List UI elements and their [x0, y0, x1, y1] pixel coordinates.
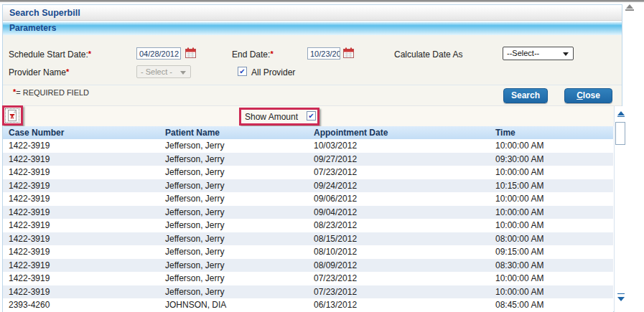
calculate-date-as-value: --Select--	[507, 49, 539, 57]
cell-appointment-date: 07/23/2012	[314, 166, 495, 179]
cell-patient-name: Jefferson, Jerry	[165, 245, 314, 259]
cell-time: 08:45:00 AM	[495, 298, 613, 312]
window-top-edge	[0, 0, 644, 2]
table-row[interactable]: 1422-3919 Jefferson, Jerry 08/15/2012 08…	[3, 232, 613, 246]
table-row[interactable]: 1422-3919 Jefferson, Jerry 07/23/2012 10…	[3, 166, 613, 179]
cell-time: 09:15:00 AM	[495, 245, 613, 259]
cell-case-number: 1422-3919	[3, 192, 165, 206]
cell-case-number: 1422-3919	[3, 219, 165, 232]
column-header-case-number: Case Number	[3, 126, 165, 139]
all-provider-checkbox[interactable]: ✔	[238, 67, 247, 76]
cell-appointment-date: 09/06/2012	[314, 192, 495, 206]
chevron-down-icon	[563, 52, 569, 56]
page-title: Search Superbill	[9, 8, 80, 18]
cell-time: 10:00:00 AM	[495, 192, 613, 206]
cell-time: 08:30:00 AM	[495, 259, 613, 273]
parameters-section-header: Parameters	[3, 22, 622, 35]
cell-appointment-date: 08/10/2012	[314, 245, 495, 259]
cell-case-number: 1422-3919	[3, 206, 165, 219]
cell-appointment-date: 08/15/2012	[314, 232, 495, 246]
search-superbill-window: Search Superbill Parameters Schedule Sta…	[0, 0, 644, 312]
cell-case-number: 1422-3919	[3, 232, 165, 246]
required-note: *= REQUIRED FIELD	[13, 88, 89, 98]
close-button[interactable]: Close	[564, 88, 612, 103]
results-scroll-down-button[interactable]	[615, 293, 626, 303]
table-row[interactable]: 1422-3919 Jefferson, Jerry 10/03/2012 10…	[3, 139, 613, 153]
provider-name-label: Provider Name*	[9, 67, 69, 77]
cell-appointment-date: 06/13/2012	[314, 298, 495, 312]
cell-time: 10:00:00 AM	[495, 285, 613, 299]
table-row[interactable]: 1422-3919 Jefferson, Jerry 08/23/2012 10…	[3, 219, 613, 232]
column-header-time: Time	[495, 126, 613, 139]
cell-patient-name: Jefferson, Jerry	[165, 166, 314, 179]
table-row[interactable]: 1422-3919 Jefferson, Jerry 07/23/2012 10…	[3, 285, 613, 299]
table-row[interactable]: 1422-3919 Jefferson, Jerry 07/23/2012 10…	[3, 272, 613, 285]
parameters-section-label: Parameters	[9, 23, 56, 33]
cell-case-number: 1422-3919	[3, 153, 165, 166]
end-date-label: End Date:*	[232, 49, 274, 60]
show-amount-checkbox[interactable]: ✔	[307, 111, 316, 120]
cell-appointment-date: 09/04/2012	[314, 206, 495, 219]
cell-appointment-date: 09/24/2012	[314, 179, 495, 193]
column-header-patient-name: Patient Name	[165, 126, 314, 139]
table-body: 1422-3919 Jefferson, Jerry 10/03/2012 10…	[3, 139, 613, 312]
chevron-down-icon	[180, 71, 186, 75]
cell-patient-name: JOHNSON, DIA	[165, 298, 314, 312]
calculate-date-as-label: Calculate Date As	[394, 49, 462, 60]
scroll-down-icon	[617, 297, 625, 301]
pdf-export-icon[interactable]	[5, 108, 19, 123]
cell-time: 10:00:00 AM	[495, 219, 613, 232]
table-row[interactable]: 1422-3919 Jefferson, Jerry 09/27/2012 09…	[3, 153, 613, 166]
check-icon: ✔	[308, 112, 314, 120]
cell-case-number: 1422-3919	[3, 179, 165, 193]
cell-patient-name: Jefferson, Jerry	[165, 272, 314, 285]
all-provider-label: All Provider	[251, 67, 295, 77]
cell-patient-name: Jefferson, Jerry	[165, 153, 314, 166]
end-date-calendar-icon[interactable]	[343, 47, 354, 58]
cell-case-number: 1422-3919	[3, 259, 165, 273]
cell-appointment-date: 10/03/2012	[314, 139, 495, 153]
end-date-input[interactable]	[307, 47, 340, 60]
show-amount-label: Show Amount	[245, 112, 298, 122]
results-scrollbar-thumb[interactable]	[615, 122, 625, 145]
table-row[interactable]: 2393-4260 JOHNSON, DIA 06/13/2012 08:45:…	[3, 298, 613, 312]
cell-case-number: 1422-3919	[3, 245, 165, 259]
schedule-start-date-input[interactable]	[136, 47, 181, 60]
cell-case-number: 1422-3919	[3, 272, 165, 285]
provider-name-select: - Select -	[136, 65, 191, 78]
cell-patient-name: Jefferson, Jerry	[165, 192, 314, 206]
cell-patient-name: Jefferson, Jerry	[165, 232, 314, 246]
search-button[interactable]: Search	[503, 88, 548, 103]
scroll-up-icon	[626, 4, 633, 9]
table-header-row: Case Number Patient Name Appointment Dat…	[3, 126, 613, 139]
cell-appointment-date: 09/27/2012	[314, 153, 495, 166]
cell-time: 10:00:00 AM	[495, 166, 613, 179]
cell-patient-name: Jefferson, Jerry	[165, 259, 314, 273]
cell-appointment-date: 08/23/2012	[314, 219, 495, 232]
cell-case-number: 2393-4260	[3, 298, 165, 312]
column-header-appointment-date: Appointment Date	[314, 126, 495, 139]
scroll-up-icon	[617, 111, 625, 115]
outer-scroll-up-button[interactable]	[623, 3, 636, 13]
table-row[interactable]: 1422-3919 Jefferson, Jerry 09/06/2012 10…	[3, 192, 613, 206]
cell-appointment-date: 07/23/2012	[314, 272, 495, 285]
pdf-glyph	[6, 110, 18, 121]
calculate-date-as-select[interactable]: --Select--	[503, 47, 574, 60]
check-icon: ✔	[239, 67, 245, 75]
table-row[interactable]: 1422-3919 Jefferson, Jerry 09/24/2012 10…	[3, 179, 613, 193]
cell-appointment-date: 07/23/2012	[314, 285, 495, 299]
table-row[interactable]: 1422-3919 Jefferson, Jerry 08/09/2012 08…	[3, 259, 613, 273]
cell-appointment-date: 08/09/2012	[314, 259, 495, 273]
provider-name-value: - Select -	[141, 67, 172, 76]
cell-time: 10:15:00 AM	[495, 179, 613, 193]
schedule-start-date-calendar-icon[interactable]	[185, 47, 196, 58]
table-row[interactable]: 1422-3919 Jefferson, Jerry 08/10/2012 09…	[3, 245, 613, 259]
title-bar: Search Superbill	[3, 6, 622, 21]
cell-patient-name: Jefferson, Jerry	[165, 179, 314, 193]
cell-time: 10:00:00 AM	[495, 139, 613, 153]
cell-patient-name: Jefferson, Jerry	[165, 219, 314, 232]
cell-time: 10:00:00 AM	[495, 206, 613, 219]
results-scroll-up-button[interactable]	[615, 109, 626, 120]
cell-patient-name: Jefferson, Jerry	[165, 285, 314, 299]
table-row[interactable]: 1422-3919 Jefferson, Jerry 09/04/2012 10…	[3, 206, 613, 219]
